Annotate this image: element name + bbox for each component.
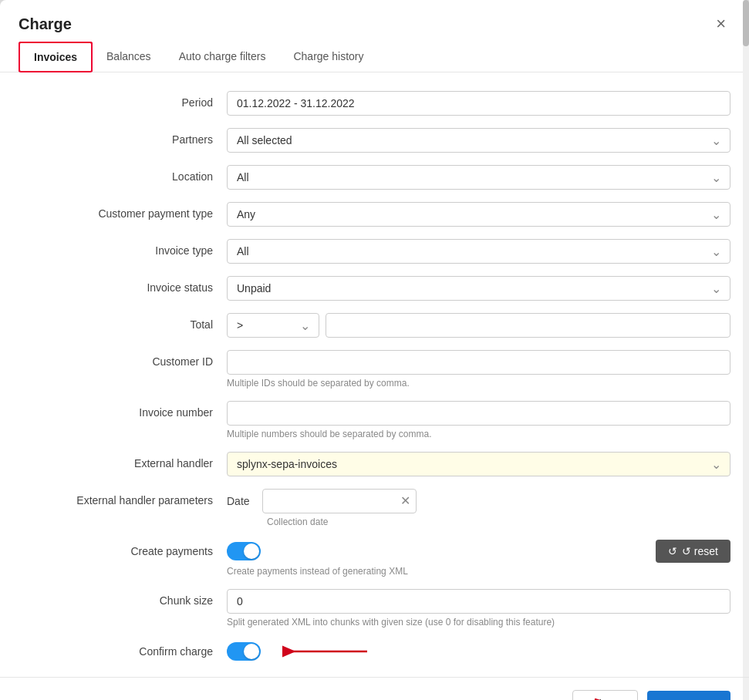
external-handler-control: splynx-sepa-invoices Other handler ⌄ <box>227 452 730 476</box>
date-input-wrap: ✕ <box>262 489 417 513</box>
create-payments-label: Create payments <box>19 540 227 557</box>
external-handler-select-wrapper: splynx-sepa-invoices Other handler ⌄ <box>227 452 730 476</box>
location-select-wrapper: All Location 1 ⌄ <box>227 165 730 190</box>
tabs-bar: Invoices Balances Auto charge filters Ch… <box>0 34 749 72</box>
chunk-size-label: Chunk size <box>19 589 227 607</box>
customer-id-hint: Multiple IDs should be separated by comm… <box>227 378 730 389</box>
customer-payment-type-label: Customer payment type <box>19 202 227 220</box>
create-payments-hint: Create payments instead of generating XM… <box>227 566 730 577</box>
dialog-header: Charge × <box>0 0 749 34</box>
total-operator-wrapper: > < >= <= = ⌄ <box>227 313 319 338</box>
confirm-row-inner <box>227 640 730 663</box>
tab-auto-charge-filters[interactable]: Auto charge filters <box>165 42 280 72</box>
tab-invoices[interactable]: Invoices <box>19 42 93 72</box>
external-handler-params-control: Date ✕ Collection date <box>227 489 730 527</box>
external-handler-select[interactable]: splynx-sepa-invoices Other handler <box>227 452 730 476</box>
invoice-type-row: Invoice type All Proforma Tax ⌄ <box>0 239 749 264</box>
date-label: Date <box>227 495 258 507</box>
total-inner: > < >= <= = ⌄ <box>227 313 730 338</box>
tab-charge-history[interactable]: Charge history <box>279 42 377 72</box>
confirm-charge-toggle[interactable] <box>227 642 261 661</box>
create-payments-control: ↺ ↺ reset Create payments instead of gen… <box>227 540 730 577</box>
tab-balances[interactable]: Balances <box>93 42 165 72</box>
date-wrapper: Date ✕ <box>227 489 417 513</box>
dialog-title: Charge <box>19 15 72 33</box>
invoice-type-label: Invoice type <box>19 239 227 257</box>
external-handler-params-label: External handler parameters <box>19 489 227 506</box>
total-amount-input[interactable] <box>326 313 730 338</box>
create-payments-toggle-thumb <box>244 544 259 559</box>
red-arrow-to-charge <box>587 692 664 700</box>
customer-payment-type-row: Customer payment type Any Cash Card ⌄ <box>0 202 749 227</box>
period-row: Period <box>0 91 749 116</box>
chunk-size-hint: Split generated XML into chunks with giv… <box>227 617 730 628</box>
invoice-number-hint: Multiple numbers should be separated by … <box>227 429 730 439</box>
chunk-size-row: Chunk size Split generated XML into chun… <box>0 589 749 628</box>
charge-dialog: Charge × Invoices Balances Auto charge f… <box>0 0 749 700</box>
invoice-number-input[interactable] <box>227 401 730 426</box>
chunk-size-control: Split generated XML into chunks with giv… <box>227 589 730 628</box>
confirm-charge-toggle-track <box>227 642 261 661</box>
location-label: Location <box>19 165 227 183</box>
customer-payment-type-select[interactable]: Any Cash Card <box>227 202 730 227</box>
date-clear-button[interactable]: ✕ <box>400 495 410 507</box>
customer-id-input[interactable] <box>227 350 730 375</box>
invoice-status-select[interactable]: Unpaid Paid All <box>227 276 730 301</box>
total-control: > < >= <= = ⌄ <box>227 313 730 338</box>
total-operator-select[interactable]: > < >= <= = <box>227 313 319 338</box>
partners-select-wrapper: All selected Partner 1 Partner 2 ⌄ <box>227 128 730 153</box>
reset-icon: ↺ <box>668 545 677 557</box>
invoice-status-row: Invoice status Unpaid Paid All ⌄ <box>0 276 749 301</box>
period-input[interactable] <box>227 91 730 116</box>
dialog-body: Period Partners All selected Partner 1 P… <box>0 72 749 677</box>
external-handler-label: External handler <box>19 452 227 469</box>
partners-select[interactable]: All selected Partner 1 Partner 2 <box>227 128 730 153</box>
customer-id-control: Multiple IDs should be separated by comm… <box>227 350 730 389</box>
partners-label: Partners <box>19 128 227 146</box>
external-handler-row: External handler splynx-sepa-invoices Ot… <box>0 452 749 476</box>
confirm-charge-control <box>227 640 730 663</box>
invoice-status-control: Unpaid Paid All ⌄ <box>227 276 730 301</box>
invoice-type-control: All Proforma Tax ⌄ <box>227 239 730 264</box>
confirm-charge-row: Confirm charge <box>0 640 749 663</box>
partners-row: Partners All selected Partner 1 Partner … <box>0 128 749 153</box>
invoice-type-select[interactable]: All Proforma Tax <box>227 239 730 264</box>
invoice-number-control: Multiple numbers should be separated by … <box>227 401 730 439</box>
red-arrow-left <box>282 640 375 663</box>
create-payments-toggle-track <box>227 542 261 560</box>
total-row: Total > < >= <= = ⌄ <box>0 313 749 338</box>
invoice-number-row: Invoice number Multiple numbers should b… <box>0 401 749 439</box>
scrollbar-thumb[interactable] <box>743 0 749 46</box>
invoice-type-select-wrapper: All Proforma Tax ⌄ <box>227 239 730 264</box>
location-select[interactable]: All Location 1 <box>227 165 730 190</box>
invoice-status-label: Invoice status <box>19 276 227 294</box>
date-input[interactable] <box>262 489 417 513</box>
dialog-footer: Close Charge <box>0 677 749 700</box>
customer-id-label: Customer ID <box>19 350 227 368</box>
location-control: All Location 1 ⌄ <box>227 165 730 190</box>
ext-handler-params-inner: Date ✕ <box>227 489 730 513</box>
confirm-charge-toggle-thumb <box>244 644 259 659</box>
reset-button[interactable]: ↺ ↺ reset <box>656 540 730 563</box>
customer-id-row: Customer ID Multiple IDs should be separ… <box>0 350 749 389</box>
collection-date-hint: Collection date <box>267 517 730 527</box>
dialog-close-button[interactable]: × <box>711 14 730 34</box>
chunk-size-input[interactable] <box>227 589 730 614</box>
create-payments-inner: ↺ ↺ reset <box>227 540 730 563</box>
period-control <box>227 91 730 116</box>
create-payments-toggle[interactable] <box>227 542 261 560</box>
create-payments-row: Create payments ↺ ↺ reset Create payment… <box>0 540 749 577</box>
partners-control: All selected Partner 1 Partner 2 ⌄ <box>227 128 730 153</box>
invoice-status-select-wrapper: Unpaid Paid All ⌄ <box>227 276 730 301</box>
period-label: Period <box>19 91 227 109</box>
customer-payment-type-select-wrapper: Any Cash Card ⌄ <box>227 202 730 227</box>
location-row: Location All Location 1 ⌄ <box>0 165 749 190</box>
total-label: Total <box>19 313 227 331</box>
invoice-number-label: Invoice number <box>19 401 227 419</box>
customer-payment-type-control: Any Cash Card ⌄ <box>227 202 730 227</box>
confirm-charge-label: Confirm charge <box>19 640 227 658</box>
external-handler-params-row: External handler parameters Date ✕ Colle… <box>0 489 749 527</box>
scrollbar-track[interactable] <box>743 0 749 700</box>
